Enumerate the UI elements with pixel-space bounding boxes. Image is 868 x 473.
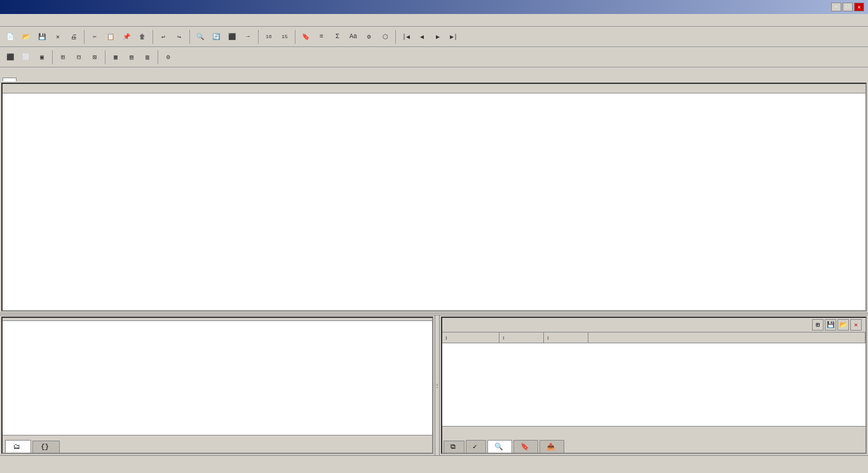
nav-last[interactable]: ▶|	[446, 29, 461, 45]
redo-btn[interactable]: ↪	[172, 29, 187, 45]
tab-output[interactable]: 📤	[539, 440, 564, 453]
sp-open-btn[interactable]: 📂	[837, 319, 849, 331]
panel-resize-handle[interactable]: ⋮	[435, 315, 440, 455]
cut-btn[interactable]: ✂	[87, 29, 102, 45]
edit8-btn[interactable]: 15	[277, 29, 292, 45]
save-btn[interactable]: 💾	[34, 29, 50, 45]
tab-structure-viewer[interactable]: {}	[32, 441, 60, 453]
outer-close-btn[interactable]: ✕	[854, 3, 864, 11]
nav-first[interactable]: |◀	[398, 29, 414, 45]
search-panel-header: ⊞ 💾 📂 ✕	[442, 318, 865, 332]
hex-byte-headers	[56, 85, 723, 92]
bottom-panels: 🗂 {} ⋮ ⊞ 💾 📂 ✕ ↕	[0, 315, 868, 455]
search-results-rows[interactable]	[442, 343, 865, 426]
tb2-8[interactable]: ▤	[124, 50, 139, 65]
print-btn[interactable]: 🖨	[66, 29, 81, 45]
tb2-5[interactable]: ⊟	[71, 50, 86, 65]
open-btn[interactable]: 📂	[18, 29, 34, 45]
tab-checksum[interactable]: ✓	[466, 440, 486, 453]
sep3	[189, 30, 190, 44]
tab-bookmarks[interactable]: 🔖	[513, 440, 538, 453]
status-bar	[0, 455, 868, 468]
sort-address-icon[interactable]: ↕	[445, 335, 448, 341]
di-rows-container	[3, 321, 432, 435]
sep2	[153, 30, 153, 44]
outer-minimize-btn[interactable]: ─	[831, 3, 841, 11]
tb2-9[interactable]: ▥	[140, 50, 155, 65]
sep4	[258, 30, 259, 44]
col-length2: ↕	[544, 332, 588, 343]
ascii-header	[723, 85, 863, 92]
tab-find[interactable]: 🔍	[487, 440, 512, 453]
nav-prev[interactable]: ◀	[414, 29, 430, 45]
hex-column-header	[3, 84, 865, 93]
cpu-btn[interactable]: ⚙	[362, 29, 377, 45]
menu-tools[interactable]	[38, 15, 46, 25]
tb2-6[interactable]: ⊠	[87, 50, 102, 65]
search-panel-toolbar: ⊞ 💾 📂 ✕	[812, 319, 862, 331]
data-inspector-tab-icon: 🗂	[13, 442, 20, 451]
tb2-1[interactable]: ⬛	[3, 50, 18, 65]
copy-btn[interactable]: 📋	[103, 29, 118, 45]
col-address: ↕	[442, 332, 499, 343]
file-tab-bar	[0, 67, 868, 81]
menu-help[interactable]	[56, 15, 64, 25]
edit16-btn[interactable]: 16	[261, 29, 276, 45]
menu-bar	[0, 14, 868, 27]
hex-btn[interactable]: ⬡	[377, 29, 393, 45]
data-inspector-panel: 🗂 {}	[1, 317, 433, 454]
delete-btn[interactable]: 🗑	[135, 29, 150, 45]
tb2-2[interactable]: ⬜	[18, 50, 34, 65]
menu-options[interactable]	[29, 15, 37, 25]
find-btn[interactable]: 🔍	[193, 29, 208, 45]
search-panel-hscroll[interactable]	[442, 426, 865, 435]
sp-save-btn[interactable]: 💾	[825, 319, 836, 331]
hex-editor-area[interactable]	[1, 83, 867, 312]
sep7	[52, 50, 53, 64]
sep1	[84, 30, 85, 44]
compare-btn[interactable]: ≡	[314, 29, 329, 45]
hex-rows-container[interactable]	[3, 93, 865, 310]
sp-copy-btn[interactable]: ⊞	[812, 319, 824, 331]
sep6	[395, 30, 396, 44]
replace-btn[interactable]: 🔄	[208, 29, 224, 45]
title-bar: ─ □ ✕	[0, 0, 868, 14]
sort-length2-icon[interactable]: ↕	[546, 335, 550, 341]
undo-btn[interactable]: ↩	[156, 29, 171, 45]
file-tab-cv2[interactable]	[3, 78, 17, 81]
tb2-7[interactable]: ▦	[108, 50, 123, 65]
checksum-tab-icon: ✓	[473, 442, 477, 451]
tab-compare[interactable]: ⧉	[444, 441, 465, 453]
menu-file[interactable]	[3, 15, 10, 25]
strings-btn[interactable]: Aa	[346, 29, 361, 45]
tab-data-inspector[interactable]: 🗂	[5, 440, 31, 453]
new-btn[interactable]: 📄	[3, 29, 18, 45]
address-header	[5, 85, 56, 92]
find-tab-icon: 🔍	[494, 442, 503, 451]
sp-close-btn[interactable]: ✕	[850, 319, 862, 331]
paste-btn[interactable]: 📌	[119, 29, 134, 45]
close-file-btn[interactable]: ✕	[50, 29, 65, 45]
structure-viewer-tab-icon: {}	[41, 443, 49, 451]
tb2-3[interactable]: ▣	[34, 50, 50, 65]
tb2-4[interactable]: ⊞	[55, 50, 71, 65]
col-value	[588, 332, 865, 343]
output-tab-icon: 📤	[546, 442, 555, 451]
sep5	[295, 30, 295, 44]
compare-tab-icon: ⧉	[451, 443, 456, 451]
nav-next[interactable]: ▶	[430, 29, 445, 45]
titlebar-controls: ─ □ ✕	[831, 3, 864, 11]
tb2-10[interactable]: ⚙	[161, 50, 176, 65]
bookmark-btn[interactable]: 🔖	[298, 29, 313, 45]
search-results-panel: ⊞ 💾 📂 ✕ ↕ ↕ ↕ ⧉	[441, 317, 867, 454]
checksum-btn[interactable]: Σ	[330, 29, 345, 45]
menu-edit[interactable]	[11, 15, 19, 25]
bookmarks-tab-icon: 🔖	[520, 442, 529, 451]
menu-window[interactable]	[47, 15, 55, 25]
findall-btn[interactable]: ⬛	[224, 29, 240, 45]
search-table-header: ↕ ↕ ↕	[442, 332, 865, 343]
goto-btn[interactable]: →	[240, 29, 255, 45]
outer-maximize-btn[interactable]: □	[843, 3, 853, 11]
menu-disk[interactable]	[20, 15, 28, 25]
sort-length1-icon[interactable]: ↕	[502, 335, 505, 341]
